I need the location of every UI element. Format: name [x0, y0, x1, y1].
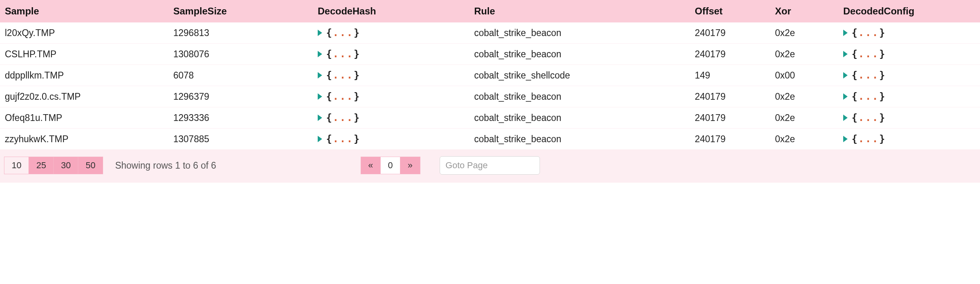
- rows-status-text: Showing rows 1 to 6 of 6: [115, 160, 216, 171]
- cell-decodehash: {...}: [313, 22, 469, 44]
- decodedconfig-expander[interactable]: {...}: [843, 48, 886, 60]
- decodedconfig-expander[interactable]: {...}: [843, 70, 886, 81]
- expand-right-icon: [843, 51, 848, 57]
- table-row: ddppllkm.TMP 6078 {...} cobalt_strike_sh…: [0, 65, 980, 86]
- cell-decodedconfig: {...}: [838, 86, 980, 107]
- cell-decodedconfig: {...}: [838, 129, 980, 150]
- cell-sample: zzyhukwK.TMP: [0, 129, 168, 150]
- col-header-decodehash[interactable]: DecodeHash: [313, 0, 469, 22]
- page-size-button-10[interactable]: 10: [4, 157, 29, 174]
- cell-rule: cobalt_strike_beacon: [469, 44, 690, 65]
- expand-right-icon: [843, 72, 848, 79]
- collapsed-object: {...}: [326, 70, 360, 81]
- decodedconfig-expander[interactable]: {...}: [843, 133, 886, 145]
- cell-offset: 149: [690, 65, 770, 86]
- col-header-offset[interactable]: Offset: [690, 0, 770, 22]
- collapsed-object: {...}: [326, 91, 360, 102]
- collapsed-object: {...}: [326, 27, 360, 38]
- expand-right-icon: [318, 115, 322, 121]
- collapsed-object: {...}: [852, 91, 886, 102]
- table-footer: 10253050 Showing rows 1 to 6 of 6 « 0 »: [0, 150, 980, 183]
- page-size-button-30[interactable]: 30: [54, 157, 78, 174]
- cell-decodedconfig: {...}: [838, 22, 980, 44]
- col-header-sample[interactable]: Sample: [0, 0, 168, 22]
- table-row: zzyhukwK.TMP 1307885 {...} cobalt_strike…: [0, 129, 980, 150]
- cell-xor: 0x2e: [770, 44, 838, 65]
- cell-sample: ddppllkm.TMP: [0, 65, 168, 86]
- col-header-rule[interactable]: Rule: [469, 0, 690, 22]
- table-header-row: Sample SampleSize DecodeHash Rule Offset…: [0, 0, 980, 22]
- cell-samplesize: 1308076: [168, 44, 313, 65]
- cell-offset: 240179: [690, 107, 770, 129]
- decodehash-expander[interactable]: {...}: [318, 133, 360, 145]
- cell-decodehash: {...}: [313, 129, 469, 150]
- collapsed-object: {...}: [852, 112, 886, 123]
- expand-right-icon: [318, 93, 322, 100]
- cell-rule: cobalt_strike_shellcode: [469, 65, 690, 86]
- cell-samplesize: 6078: [168, 65, 313, 86]
- col-header-samplesize[interactable]: SampleSize: [168, 0, 313, 22]
- cell-offset: 240179: [690, 22, 770, 44]
- decodehash-expander[interactable]: {...}: [318, 91, 360, 102]
- expand-right-icon: [318, 30, 322, 36]
- table-row: l20xQy.TMP 1296813 {...} cobalt_strike_b…: [0, 22, 980, 44]
- cell-decodedconfig: {...}: [838, 44, 980, 65]
- cell-samplesize: 1296379: [168, 86, 313, 107]
- current-page-indicator: 0: [381, 157, 400, 174]
- col-header-xor[interactable]: Xor: [770, 0, 838, 22]
- cell-rule: cobalt_strike_beacon: [469, 86, 690, 107]
- cell-sample: l20xQy.TMP: [0, 22, 168, 44]
- cell-samplesize: 1307885: [168, 129, 313, 150]
- prev-page-button[interactable]: «: [361, 157, 381, 174]
- cell-xor: 0x2e: [770, 107, 838, 129]
- expand-right-icon: [318, 72, 322, 79]
- next-page-button[interactable]: »: [400, 157, 420, 174]
- collapsed-object: {...}: [852, 133, 886, 145]
- decodedconfig-expander[interactable]: {...}: [843, 27, 886, 38]
- cell-xor: 0x2e: [770, 86, 838, 107]
- cell-decodehash: {...}: [313, 107, 469, 129]
- table-row: gujf2z0z.0.cs.TMP 1296379 {...} cobalt_s…: [0, 86, 980, 107]
- decodehash-expander[interactable]: {...}: [318, 48, 360, 60]
- cell-decodedconfig: {...}: [838, 65, 980, 86]
- collapsed-object: {...}: [326, 133, 360, 145]
- collapsed-object: {...}: [326, 48, 360, 60]
- expand-right-icon: [318, 136, 322, 142]
- decodedconfig-expander[interactable]: {...}: [843, 112, 886, 123]
- cell-samplesize: 1296813: [168, 22, 313, 44]
- cell-decodehash: {...}: [313, 44, 469, 65]
- cell-offset: 240179: [690, 44, 770, 65]
- cell-rule: cobalt_strike_beacon: [469, 22, 690, 44]
- cell-xor: 0x2e: [770, 22, 838, 44]
- cell-xor: 0x00: [770, 65, 838, 86]
- collapsed-object: {...}: [326, 112, 360, 123]
- results-table: Sample SampleSize DecodeHash Rule Offset…: [0, 0, 980, 150]
- table-row: Ofeq81u.TMP 1293336 {...} cobalt_strike_…: [0, 107, 980, 129]
- cell-decodedconfig: {...}: [838, 107, 980, 129]
- expand-right-icon: [843, 30, 848, 36]
- page-size-group: 10253050: [4, 157, 103, 174]
- decodedconfig-expander[interactable]: {...}: [843, 91, 886, 102]
- cell-samplesize: 1293336: [168, 107, 313, 129]
- collapsed-object: {...}: [852, 70, 886, 81]
- expand-right-icon: [843, 93, 848, 100]
- goto-page-input[interactable]: [440, 156, 540, 175]
- page-size-button-25[interactable]: 25: [29, 157, 53, 174]
- expand-right-icon: [843, 136, 848, 142]
- cell-decodehash: {...}: [313, 65, 469, 86]
- expand-right-icon: [843, 115, 848, 121]
- page-size-button-50[interactable]: 50: [78, 157, 103, 174]
- col-header-decodedconfig[interactable]: DecodedConfig: [838, 0, 980, 22]
- cell-rule: cobalt_strike_beacon: [469, 129, 690, 150]
- expand-right-icon: [318, 51, 322, 57]
- pager-group: « 0 »: [361, 157, 420, 174]
- cell-sample: CSLHP.TMP: [0, 44, 168, 65]
- decodehash-expander[interactable]: {...}: [318, 27, 360, 38]
- collapsed-object: {...}: [852, 48, 886, 60]
- cell-rule: cobalt_strike_beacon: [469, 107, 690, 129]
- decodehash-expander[interactable]: {...}: [318, 112, 360, 123]
- cell-offset: 240179: [690, 129, 770, 150]
- table-row: CSLHP.TMP 1308076 {...} cobalt_strike_be…: [0, 44, 980, 65]
- cell-sample: Ofeq81u.TMP: [0, 107, 168, 129]
- decodehash-expander[interactable]: {...}: [318, 70, 360, 81]
